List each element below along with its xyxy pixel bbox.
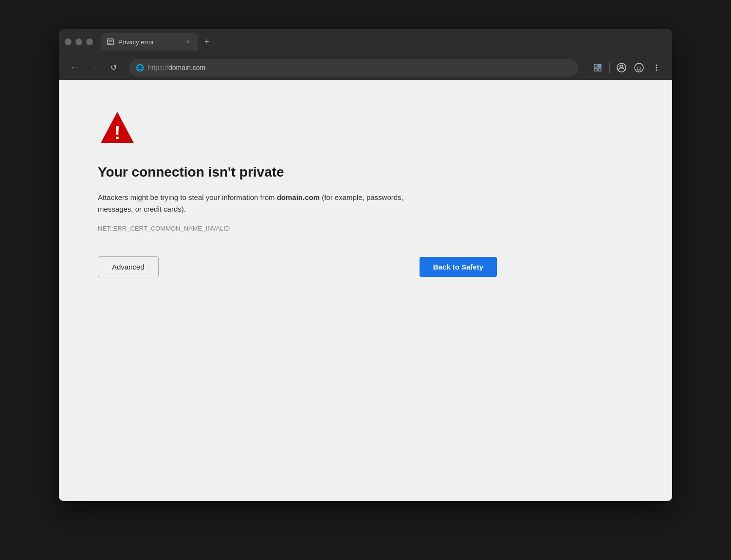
error-description: Attackers might be trying to steal your … [98,192,429,215]
toolbar: ← → ↺ 🌐 https://domain.com [59,54,672,80]
address-bar[interactable]: 🌐 https://domain.com [129,59,578,76]
svg-text:!: ! [114,123,121,143]
svg-rect-1 [594,64,597,67]
collections-button[interactable] [590,60,605,75]
globe-icon: 🌐 [136,64,144,72]
tab-close-button[interactable]: × [183,37,192,46]
traffic-light-close[interactable] [65,38,72,45]
advanced-button[interactable]: Advanced [98,256,159,277]
svg-rect-4 [598,68,601,71]
forward-button[interactable]: → [86,60,102,75]
svg-point-9 [640,67,641,68]
menu-button[interactable] [649,60,664,75]
title-bar: Privacy error × + [59,29,672,54]
back-button[interactable]: ← [67,60,82,75]
reload-button[interactable]: ↺ [106,60,121,75]
new-tab-button[interactable]: + [200,35,214,49]
toolbar-actions [590,60,664,75]
svg-rect-3 [594,68,597,71]
description-before: Attackers might be trying to steal your … [98,193,277,201]
active-tab[interactable]: Privacy error × [101,33,198,51]
button-row: Advanced Back to Safety [98,256,497,277]
error-page: ! Your connection isn't private Attacker… [59,80,672,501]
svg-rect-2 [598,64,601,67]
warning-icon-container: ! [98,109,633,150]
tab-page-icon [107,38,114,46]
svg-point-12 [656,69,658,71]
back-to-safety-button[interactable]: Back to Safety [420,257,497,277]
tab-bar: Privacy error × + [101,33,666,51]
feedback-button[interactable] [631,60,647,75]
domain-highlight: domain.com [277,193,320,201]
toolbar-divider [609,62,610,73]
error-code: NET::ERR_CERT_COMMON_NAME_INVALID [98,225,633,232]
traffic-light-maximize[interactable] [86,38,93,45]
svg-point-11 [656,67,658,68]
error-heading: Your connection isn't private [98,164,633,180]
url-display: https://domain.com [148,64,571,72]
url-scheme: https:// [148,64,168,72]
url-host: domain.com [168,64,205,72]
svg-point-8 [638,67,639,68]
svg-point-10 [656,64,658,66]
warning-triangle-icon: ! [98,109,137,148]
traffic-light-minimize[interactable] [75,38,82,45]
profile-button[interactable] [614,60,629,75]
svg-point-7 [635,63,643,72]
browser-window: Privacy error × + ← → ↺ 🌐 https://domain… [59,29,672,501]
tab-title: Privacy error [118,38,154,46]
traffic-lights [65,38,93,45]
